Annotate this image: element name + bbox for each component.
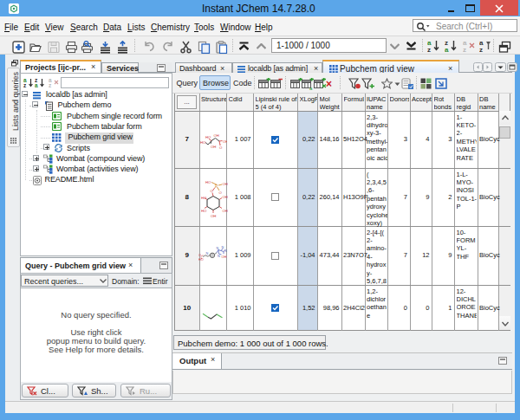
svg-text:HO: HO (198, 258, 204, 262)
svg-text:OH: OH (211, 214, 216, 218)
svg-text:a: a (309, 85, 313, 90)
svg-text:OH: OH (223, 195, 228, 199)
svg-text:N: N (222, 246, 224, 249)
svg-text:OH: OH (223, 182, 228, 186)
svg-text:a: a (445, 46, 449, 53)
svg-text:N: N (218, 255, 220, 258)
svg-text:OH: OH (214, 133, 219, 138)
svg-text:HO: HO (201, 209, 207, 213)
svg-text:HO: HO (205, 180, 211, 184)
svg-text:P: P (215, 184, 218, 189)
svg-text:OH: OH (211, 145, 216, 149)
svg-text:OH: OH (223, 139, 227, 144)
svg-text:z: z (427, 46, 431, 53)
svg-text:z: z (23, 82, 27, 88)
svg-text:N: N (217, 247, 219, 250)
svg-text:OH: OH (223, 209, 228, 213)
svg-text:N: N (206, 252, 209, 255)
svg-text:HO: HO (200, 140, 206, 145)
svg-text:a: a (35, 82, 38, 88)
svg-text:N: N (224, 249, 227, 253)
svg-text:z: z (49, 82, 52, 88)
svg-text:z: z (479, 46, 483, 53)
svg-text:HO: HO (205, 135, 211, 139)
svg-text:O: O (219, 145, 223, 150)
svg-text:OH: OH (222, 255, 227, 259)
svg-text:z: z (463, 46, 466, 53)
svg-text:O: O (198, 254, 201, 257)
svg-text:HO: HO (201, 196, 207, 200)
